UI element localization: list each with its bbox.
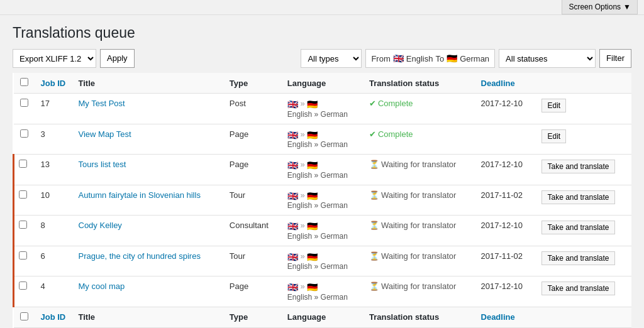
toolbar-left: Export XLIFF 1.2 Export XLIFF 2.0 Apply <box>13 49 135 68</box>
row-status-text: Waiting for translator <box>381 190 456 200</box>
lang-from-flag: 🇬🇧 <box>287 251 298 261</box>
row-action: Take and translate <box>535 276 631 307</box>
lang-from-flag: 🇬🇧 <box>287 221 298 231</box>
row-title-link[interactable]: Cody Kelley <box>79 221 122 230</box>
row-type: Tour <box>223 246 281 276</box>
row-title-link[interactable]: Tours list test <box>79 160 126 169</box>
filter-statuses-select[interactable]: All statuses Complete Waiting for transl… <box>499 49 596 68</box>
lang-text: English » German <box>287 232 348 241</box>
export-type-select[interactable]: Export XLIFF 1.2 Export XLIFF 2.0 <box>13 49 96 68</box>
row-select-checkbox[interactable] <box>19 160 27 168</box>
apply-button[interactable]: Apply <box>100 49 135 68</box>
row-title: Tours list test <box>72 155 223 185</box>
screen-options-label: Screen Options <box>569 3 621 11</box>
row-select-checkbox[interactable] <box>20 129 28 138</box>
screen-options-button[interactable]: Screen Options ▼ <box>562 0 638 14</box>
row-title-link[interactable]: My cool map <box>79 282 125 291</box>
row-select-checkbox[interactable] <box>20 99 28 107</box>
row-status-text: Waiting for translator <box>381 221 456 230</box>
toolbar: Export XLIFF 1.2 Export XLIFF 2.0 Apply … <box>13 49 631 68</box>
row-language: 🇬🇧 » 🇩🇪 English » German <box>281 185 363 216</box>
row-action: Edit <box>535 124 631 155</box>
row-language: 🇬🇧 » 🇩🇪 English » German <box>281 124 363 155</box>
row-action-button[interactable]: Take and translate <box>541 221 614 234</box>
filter-from-text: English <box>406 54 433 63</box>
table-row: 17 My Test Post Post 🇬🇧 » 🇩🇪 English » G… <box>14 94 632 124</box>
lang-to-flag: 🇩🇪 <box>307 129 318 139</box>
row-status-text: Waiting for translator <box>381 282 456 291</box>
row-checkbox <box>14 94 35 124</box>
filter-button[interactable]: Filter <box>599 49 631 68</box>
footer-deadline: Deadline <box>475 307 536 327</box>
row-language: 🇬🇧 » 🇩🇪 English » German <box>281 155 363 185</box>
lang-to-flag: 🇩🇪 <box>307 282 318 292</box>
row-job-id: 6 <box>35 246 72 276</box>
row-title: Prague, the city of hundred spires <box>72 246 223 276</box>
job-id-sort-link[interactable]: Job ID <box>41 79 66 88</box>
row-title-link[interactable]: My Test Post <box>79 99 125 108</box>
row-select-checkbox[interactable] <box>19 190 27 199</box>
lang-text: English » German <box>287 293 348 302</box>
row-status-text: Waiting for translator <box>381 251 456 261</box>
page-title: Translations queue <box>13 25 631 41</box>
row-deadline <box>475 124 536 155</box>
row-deadline: 2017-12-10 <box>475 216 536 246</box>
row-action-button[interactable]: Take and translate <box>541 160 614 173</box>
row-title-link[interactable]: View Map Test <box>79 129 131 139</box>
row-action-button[interactable]: Edit <box>541 99 566 112</box>
header-type: Type <box>223 73 281 94</box>
filter-from-to: From 🇬🇧 English To 🇩🇪 German <box>365 49 495 68</box>
row-language: 🇬🇧 » 🇩🇪 English » German <box>281 216 363 246</box>
row-language: 🇬🇧 » 🇩🇪 English » German <box>281 246 363 276</box>
row-deadline: 2017-12-10 <box>475 94 536 124</box>
lang-arrow: » <box>300 282 307 291</box>
lang-from-flag: 🇬🇧 <box>287 190 298 200</box>
row-language: 🇬🇧 » 🇩🇪 English » German <box>281 276 363 307</box>
filter-types-select[interactable]: All types Post Page Tour Consultant <box>301 49 362 68</box>
row-action-button[interactable]: Take and translate <box>541 190 614 204</box>
lang-arrow: » <box>300 221 307 230</box>
row-status: ✔Complete <box>363 124 475 155</box>
table-row: 8 Cody Kelley Consultant 🇬🇧 » 🇩🇪 English… <box>14 216 632 246</box>
row-action-button[interactable]: Take and translate <box>541 282 614 295</box>
select-all-checkbox[interactable] <box>20 78 28 86</box>
footer-job-id-sort-link[interactable]: Job ID <box>41 312 66 322</box>
row-action-button[interactable]: Edit <box>541 129 566 143</box>
row-type: Consultant <box>223 216 281 246</box>
row-action-button[interactable]: Take and translate <box>541 251 614 265</box>
translations-table: Job ID Title Type Language Translation s… <box>13 73 631 328</box>
lang-to-flag: 🇩🇪 <box>307 251 318 261</box>
row-job-id: 3 <box>35 124 72 155</box>
row-type: Tour <box>223 185 281 216</box>
row-deadline: 2017-12-10 <box>475 155 536 185</box>
row-deadline: 2017-11-02 <box>475 246 536 276</box>
row-status: ⏳Waiting for translator <box>363 216 475 246</box>
row-select-checkbox[interactable] <box>19 282 27 290</box>
row-job-id: 10 <box>35 185 72 216</box>
lang-arrow: » <box>300 190 307 200</box>
row-select-checkbox[interactable] <box>19 251 27 260</box>
lang-from-flag: 🇬🇧 <box>287 129 298 139</box>
row-status: ⏳Waiting for translator <box>363 185 475 216</box>
row-language: 🇬🇧 » 🇩🇪 English » German <box>281 94 363 124</box>
row-title: Autumn fairytale in Slovenian hills <box>72 185 223 216</box>
row-action: Take and translate <box>535 216 631 246</box>
row-action: Edit <box>535 94 631 124</box>
row-title-link[interactable]: Autumn fairytale in Slovenian hills <box>79 190 201 200</box>
row-checkbox <box>14 155 35 185</box>
row-status-text: Waiting for translator <box>381 160 456 169</box>
lang-to-flag: 🇩🇪 <box>307 190 318 200</box>
deadline-sort-link[interactable]: Deadline <box>481 79 515 88</box>
footer-deadline-sort-link[interactable]: Deadline <box>481 312 515 322</box>
table-row: 3 View Map Test Page 🇬🇧 » 🇩🇪 English » G… <box>14 124 632 155</box>
row-checkbox <box>14 276 35 307</box>
row-title-link[interactable]: Prague, the city of hundred spires <box>79 251 201 261</box>
row-action: Take and translate <box>535 155 631 185</box>
footer-type: Type <box>223 307 281 327</box>
row-select-checkbox[interactable] <box>19 221 27 229</box>
header-language: Language <box>281 73 363 94</box>
footer-translation-status: Translation status <box>363 307 475 327</box>
select-all-footer-checkbox[interactable] <box>20 312 28 320</box>
row-title: Cody Kelley <box>72 216 223 246</box>
footer-title: Title <box>72 307 223 327</box>
